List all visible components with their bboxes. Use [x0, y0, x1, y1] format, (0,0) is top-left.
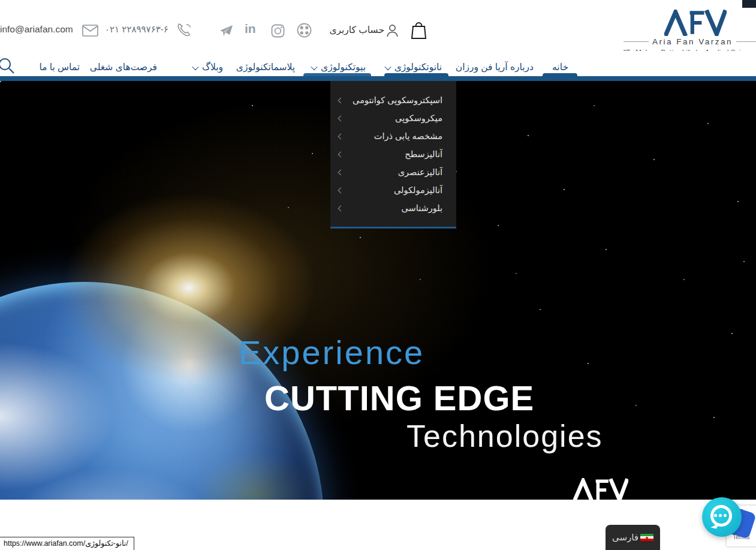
language-label: فارسی — [612, 532, 638, 543]
nav-item-blog[interactable]: وبلاگ — [193, 57, 223, 77]
corner-block — [742, 0, 756, 8]
language-switch-button[interactable]: فارسی — [606, 525, 660, 550]
chevron-left-icon — [338, 133, 344, 139]
hero-heading-line1: Experience — [239, 333, 424, 372]
brand-name-row: Aria Fan Varzan — [624, 37, 756, 46]
nav-item-plasmatechnology[interactable]: پلاسماتکنولوژی — [236, 57, 295, 77]
chevron-left-icon — [338, 205, 344, 211]
active-tab-indicator — [543, 73, 577, 76]
decorative-line — [736, 41, 756, 42]
sun-flare-decor — [21, 162, 357, 414]
dropdown-item-quantum-spectroscopy[interactable]: اسپکتروسکوپی کوانتومی — [330, 91, 456, 109]
search-icon[interactable] — [0, 57, 16, 75]
dropdown-item-microscopy[interactable]: میکروسکوپی — [330, 109, 456, 127]
status-url-tooltip: https://www.ariafan.com/نانو-تکنولوژی/ — [0, 537, 134, 550]
nav-item-about[interactable]: درباره آریا فن ورزان — [456, 57, 534, 77]
phone-icon — [176, 22, 192, 38]
nav-item-contact[interactable]: تماس با ما — [39, 57, 80, 77]
user-account-link[interactable]: حساب کاربری — [327, 25, 384, 35]
cart-bag-icon[interactable] — [411, 20, 427, 40]
email-link[interactable]: info@ariafan.com — [0, 24, 73, 35]
chevron-left-icon — [338, 151, 344, 157]
brand-logo[interactable]: Aria Fan Varzan "To Make a Better Life b… — [624, 10, 756, 56]
aparat-icon[interactable] — [297, 23, 312, 38]
chat-dots-icon — [714, 514, 727, 517]
decorative-line — [624, 41, 649, 42]
chevron-down-icon — [311, 64, 317, 70]
dropdown-item-crystallography[interactable]: بلورشناسی — [330, 199, 456, 217]
hero-heading-line2: CUTTING EDGE — [264, 378, 534, 418]
top-bar: info@ariafan.com ۰۲۱ ۲۲۸۹۹۷۶۳-۶ in حسا — [0, 0, 756, 51]
hero-brand-logo: Aria Fan Varzan "To Make a Better Life b… — [528, 478, 707, 500]
active-tab-indicator — [384, 73, 448, 76]
dropdown-item-elemental-analysis[interactable]: آنالیزعنصری — [330, 163, 456, 181]
chevron-left-icon — [338, 169, 344, 175]
phone-link[interactable]: ۰۲۱ ۲۲۸۹۹۷۶۳-۶ — [105, 24, 168, 35]
chevron-left-icon — [338, 187, 344, 193]
chevron-down-icon — [384, 64, 391, 70]
chevron-left-icon — [338, 97, 344, 103]
nanotechnology-dropdown-menu: اسپکتروسکوپی کوانتومی میکروسکوپی مشخصه ی… — [330, 81, 456, 229]
dropdown-item-particle-characterization[interactable]: مشخصه یابی ذرات — [330, 127, 456, 145]
chat-widget-button[interactable] — [702, 497, 742, 537]
chevron-down-icon — [192, 64, 198, 70]
nav-item-careers[interactable]: فرصت‌های شغلی — [90, 57, 157, 77]
chevron-left-icon — [338, 115, 344, 121]
dropdown-item-molecular-analysis[interactable]: آنالیزمولکولی — [330, 181, 456, 199]
page: info@ariafan.com ۰۲۱ ۲۲۸۹۹۷۶۳-۶ in حسا — [0, 0, 756, 550]
dropdown-item-surface-analysis[interactable]: آنالیزسطح — [330, 145, 456, 163]
instagram-icon[interactable] — [271, 24, 285, 38]
main-nav: خانه درباره آریا فن ورزان نانوتکنولوژی ب… — [0, 51, 756, 76]
hero-heading-line3: Technologies — [406, 418, 603, 454]
mail-icon — [82, 25, 98, 37]
afv-logo-icon-white — [573, 478, 628, 500]
telegram-icon[interactable] — [219, 25, 233, 37]
afv-logo-icon — [664, 10, 727, 36]
brand-name: Aria Fan Varzan — [649, 37, 736, 46]
iran-flag-icon — [640, 534, 653, 542]
user-icon[interactable] — [386, 24, 399, 37]
linkedin-icon[interactable]: in — [245, 22, 256, 36]
hover-tab-indicator — [303, 73, 371, 76]
nav-underline-bar — [0, 76, 756, 81]
